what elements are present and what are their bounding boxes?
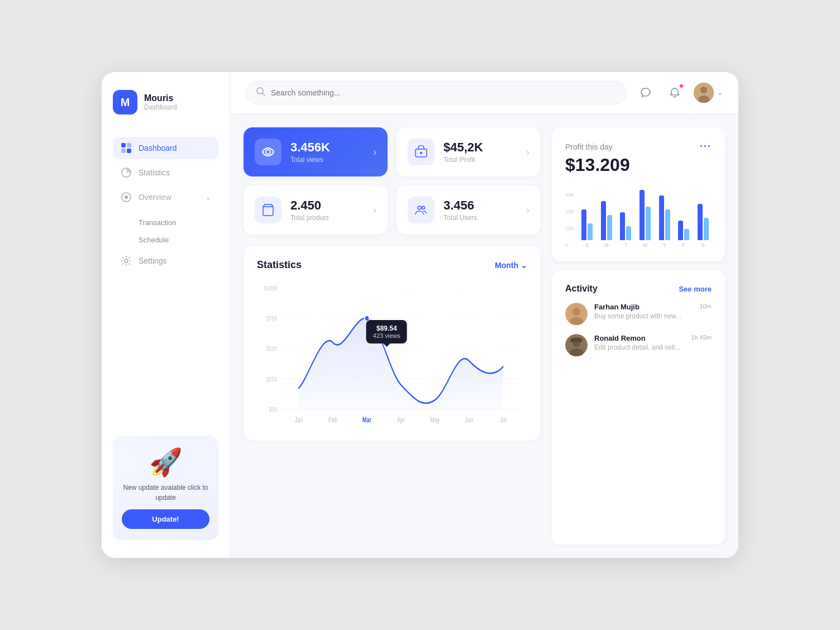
sidebar-dashboard-label: Dashboard	[139, 144, 177, 152]
svg-point-7	[125, 259, 128, 262]
bar-blue	[659, 195, 664, 240]
svg-point-11	[700, 87, 707, 93]
svg-point-38	[572, 308, 580, 316]
svg-rect-0	[121, 143, 126, 147]
activity-time-2: 1h 45m	[691, 334, 712, 341]
activity-title: Activity	[565, 284, 598, 294]
overview-header[interactable]: Overview ⌄	[113, 186, 218, 208]
search-icon	[256, 87, 265, 98]
content-area: 3.456K Total views ›	[230, 114, 738, 558]
see-more-button[interactable]: See more	[679, 285, 712, 293]
notification-button[interactable]	[665, 83, 685, 103]
activity-time-1: 10m	[700, 303, 712, 309]
avatar	[694, 83, 714, 103]
rocket-icon: 🚀	[122, 447, 209, 478]
svg-text:Mar: Mar	[362, 416, 371, 423]
product-info: 2.450 Total product	[290, 198, 364, 222]
users-info: 3.456 Total Users	[443, 198, 517, 222]
sidebar-item-overview[interactable]: Overview ⌄ Transaction Schedule	[113, 186, 218, 247]
stat-card-profit[interactable]: $45,2K Total Profit ›	[397, 127, 541, 176]
header: ⌄	[230, 72, 738, 114]
profit-label: Total Profit	[443, 156, 517, 164]
views-info: 3.456K Total views	[290, 140, 364, 164]
overview-icon	[121, 192, 132, 203]
logo-text: Mouris Dashboard	[144, 93, 177, 111]
app-name: Mouris	[144, 93, 177, 103]
views-value: 3.456K	[290, 140, 364, 155]
sidebar-item-settings[interactable]: Settings	[113, 250, 218, 272]
month-label: Month	[495, 261, 518, 270]
users-arrow: ›	[526, 204, 529, 216]
views-label: Total views	[290, 156, 364, 164]
y-axis: 30K 20K 10K 0	[565, 192, 576, 248]
product-icon	[255, 197, 281, 223]
logo-area: M Mouris Dashboard	[113, 90, 218, 114]
header-actions: ⌄	[636, 83, 723, 103]
bar-blue	[639, 190, 645, 240]
svg-text:Jun: Jun	[465, 416, 473, 423]
profit-header: Profit this day ···	[565, 141, 712, 152]
bar-blue	[581, 209, 586, 240]
user-desc-ronald: Edit product detail, and sell...	[594, 343, 684, 351]
product-label: Total product	[290, 214, 364, 222]
profit-value: $13.209	[565, 155, 712, 175]
avatar-ronald	[565, 334, 588, 356]
bar-cyan	[665, 209, 670, 240]
stat-cards: 3.456K Total views ›	[244, 127, 541, 235]
bar-cyan	[704, 218, 709, 240]
activity-item-1: Farhan Mujib Buy some product with new..…	[565, 303, 712, 325]
chat-button[interactable]	[636, 83, 656, 103]
bar-cyan	[646, 207, 651, 240]
svg-text:$100K: $100K	[264, 285, 278, 292]
bar-group-m	[598, 201, 615, 240]
sidebar-overview-label: Overview	[139, 193, 171, 202]
search-input[interactable]	[271, 88, 616, 97]
profit-card: Profit this day ··· $13.209 30K 20K 10K …	[552, 127, 725, 261]
svg-point-17	[418, 206, 421, 209]
svg-text:Apr: Apr	[397, 416, 405, 423]
bar-cyan	[626, 226, 631, 240]
bar-groups	[579, 184, 712, 240]
profit-icon	[408, 139, 435, 165]
day-labels: S M T W T F S	[579, 242, 712, 248]
statistics-card: Statistics Month ⌄	[244, 246, 541, 441]
sub-menu: Transaction Schedule	[113, 215, 218, 247]
svg-text:Jul: Jul	[500, 416, 507, 423]
chevron-down-icon: ⌄	[717, 89, 723, 97]
svg-point-6	[125, 195, 128, 199]
sidebar-statistics-label: Statistics	[139, 168, 170, 177]
profit-more-button[interactable]: ···	[700, 141, 712, 152]
user-name-ronald: Ronald Remon	[594, 334, 684, 342]
svg-rect-3	[127, 149, 131, 153]
chevron-down-icon: ⌄	[521, 261, 527, 270]
svg-rect-1	[127, 143, 131, 147]
stat-card-views[interactable]: 3.456K Total views ›	[244, 127, 388, 176]
svg-text:$50K: $50K	[266, 345, 278, 352]
bar-group-t2	[656, 195, 673, 240]
users-icon	[408, 197, 435, 223]
svg-text:Feb: Feb	[328, 416, 337, 423]
sidebar-item-statistics[interactable]: Statistics	[113, 161, 218, 184]
bar-cyan	[684, 229, 689, 240]
sub-menu-transaction[interactable]: Transaction	[139, 215, 218, 230]
avatar-farhan	[565, 303, 588, 325]
svg-text:May: May	[430, 416, 440, 423]
statistics-title: Statistics	[257, 259, 302, 271]
users-value: 3.456	[443, 198, 517, 213]
product-arrow: ›	[373, 204, 376, 216]
stat-card-users[interactable]: 3.456 Total Users ›	[397, 185, 541, 235]
update-button[interactable]: Update!	[122, 509, 209, 529]
avatar-button[interactable]: ⌄	[694, 83, 723, 103]
user-desc-farhan: Buy some product with new...	[594, 312, 693, 320]
sidebar-item-dashboard[interactable]: Dashboard	[113, 137, 218, 159]
nav-menu: Dashboard Statistics	[113, 137, 218, 424]
views-icon	[255, 139, 281, 165]
bar-blue	[678, 221, 683, 240]
app-container: M Mouris Dashboard Dashboard	[102, 72, 738, 558]
month-selector[interactable]: Month ⌄	[495, 261, 527, 270]
bar-group-f	[675, 221, 693, 240]
sub-menu-schedule[interactable]: Schedule	[139, 232, 218, 247]
bar-blue	[620, 212, 625, 240]
stat-card-product[interactable]: 2.450 Total product ›	[244, 185, 388, 235]
search-bar[interactable]	[246, 81, 627, 104]
